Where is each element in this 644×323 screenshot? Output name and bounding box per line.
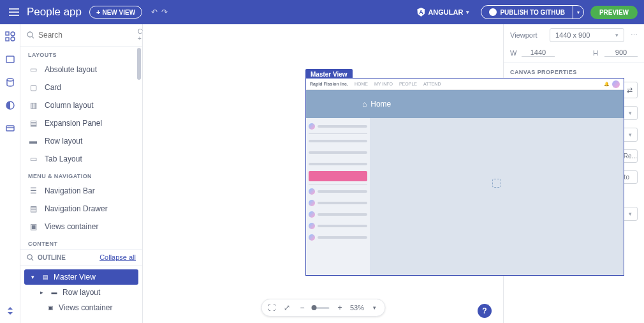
preview-button[interactable]: PREVIEW <box>590 6 638 19</box>
height-label: H <box>593 49 601 57</box>
zoom-dropdown[interactable]: ▾ <box>369 303 379 313</box>
artboard-hero-title: Home <box>370 100 391 109</box>
artboard-brand: Rapid Fission Inc. <box>310 82 348 86</box>
bell-icon: 🔔 <box>604 82 610 87</box>
zoom-out-button[interactable]: − <box>297 303 307 313</box>
toolbox-item-views-container[interactable]: ▣Views container <box>20 218 142 236</box>
fullscreen-icon[interactable]: ⤢ <box>282 303 292 313</box>
category-title: LAYOUTS <box>20 47 142 61</box>
zoom-slider[interactable] <box>312 307 330 309</box>
outline-node-master-view[interactable]: ▾ ▤ Master View <box>24 269 138 285</box>
expand-icon[interactable] <box>4 305 16 317</box>
toolbox-search[interactable]: Ctrl + E <box>20 24 142 47</box>
zoom-in-button[interactable]: + <box>335 303 345 313</box>
artboard-nav-item: MY INFO <box>374 82 393 86</box>
section-canvas-properties: CANVAS PROPERTIES <box>504 63 644 78</box>
framework-label: ANGULAR <box>428 8 463 16</box>
components-icon[interactable] <box>4 31 16 42</box>
framework-selector[interactable]: ANGULAR ▾ <box>417 8 469 17</box>
svg-point-14 <box>27 254 32 259</box>
svg-line-15 <box>31 259 33 260</box>
dimensions-row: W H <box>504 46 644 63</box>
row-icon: ▬ <box>50 288 59 297</box>
toolbox-item-navigation-bar[interactable]: ☰Navigation Bar <box>20 182 142 200</box>
toolbox-item-column-layout[interactable]: ▥Column layout <box>20 96 142 114</box>
svg-point-8 <box>7 79 13 81</box>
artboard-body <box>306 118 624 275</box>
toolbox-panel: Ctrl + E LAYOUTS ▭Absolute layout ▢Card … <box>20 24 143 323</box>
artboard[interactable]: Rapid Fission Inc. HOME MY INFO PEOPLE A… <box>305 78 624 276</box>
chevron-down-icon: ▾ <box>629 211 632 217</box>
svg-rect-10 <box>6 126 14 131</box>
svg-point-4 <box>11 32 15 36</box>
more-icon[interactable]: ⋯ <box>631 31 638 40</box>
angular-icon <box>417 8 425 17</box>
toolbox-item-absolute-layout[interactable]: ▭Absolute layout <box>20 61 142 79</box>
height-input[interactable] <box>604 49 638 57</box>
plus-icon: + <box>96 8 100 16</box>
github-icon <box>489 8 497 16</box>
help-button[interactable]: ? <box>478 304 492 318</box>
app-title: People app <box>27 6 82 19</box>
artboard-nav-item: ATTEND <box>423 82 441 86</box>
home-icon: ⌂ <box>362 100 367 109</box>
layout-icon: ▭ <box>28 64 38 75</box>
toolbox-item-expansion-panel[interactable]: ▤Expansion Panel <box>20 114 142 132</box>
svg-line-13 <box>32 36 34 38</box>
avatar <box>612 80 620 88</box>
toolbox-item-tab-layout[interactable]: ▭Tab Layout <box>20 150 142 168</box>
publish-dropdown[interactable]: ▾ <box>573 6 583 19</box>
app-header: People app + NEW VIEW ↶ ↷ ANGULAR ▾ PUBL… <box>0 0 644 24</box>
collapse-all-link[interactable]: Collapse all <box>99 253 136 261</box>
fit-screen-icon[interactable]: ⛶ <box>267 303 277 313</box>
row-icon: ▬ <box>28 136 38 146</box>
redo-icon[interactable]: ↷ <box>161 8 168 17</box>
search-input[interactable] <box>38 31 134 40</box>
tab-icon: ▭ <box>28 154 38 164</box>
view-icon: ▤ <box>41 273 50 282</box>
chevron-down-icon: ▾ <box>629 131 632 138</box>
svg-point-6 <box>11 37 15 41</box>
undo-icon[interactable]: ↶ <box>151 8 157 17</box>
width-label: W <box>510 49 518 57</box>
hamburger-icon[interactable] <box>6 4 22 20</box>
new-view-label: NEW VIEW <box>102 9 135 16</box>
panel-icon: ▤ <box>28 118 38 128</box>
category-title: MENU & NAVIGATION <box>20 168 142 182</box>
viewport-label: Viewport <box>510 31 543 39</box>
toolbox-item-card[interactable]: ▢Card <box>20 79 142 96</box>
zoom-percent: 53% <box>350 304 364 312</box>
outline-title: OUTLINE <box>27 254 66 261</box>
undo-redo-group: ↶ ↷ <box>151 8 168 17</box>
container-icon: ▣ <box>28 222 38 232</box>
navbar-icon: ☰ <box>28 186 38 196</box>
settings-icon[interactable] <box>4 123 16 134</box>
svg-point-12 <box>27 32 33 37</box>
search-icon[interactable] <box>27 254 34 261</box>
artboard-main <box>370 118 624 275</box>
publish-button[interactable]: PUBLISH TO GITHUB <box>481 6 572 19</box>
views-icon[interactable] <box>4 54 16 65</box>
outline-node-views-container[interactable]: ▣ Views container <box>42 300 138 315</box>
outline-node-row-layout[interactable]: ▸ ▬ Row layout <box>33 285 138 300</box>
viewport-select[interactable]: 1440 x 900 ▾ <box>550 28 624 42</box>
artboard-nav-item: PEOPLE <box>399 82 417 86</box>
chevron-down-icon[interactable]: ▾ <box>28 273 37 282</box>
publish-button-group: PUBLISH TO GITHUB ▾ <box>481 5 583 19</box>
column-icon: ▥ <box>28 100 38 110</box>
toolbox-item-navigation-drawer[interactable]: ▤Navigation Drawer <box>20 200 142 218</box>
zoom-toolbar: ⛶ ⤢ − + 53% ▾ <box>261 299 385 317</box>
viewport-row: Viewport 1440 x 900 ▾ ⋯ <box>504 24 644 46</box>
artboard-sidebar <box>306 118 370 275</box>
design-canvas[interactable]: Master View Rapid Fission Inc. HOME MY I… <box>143 24 504 323</box>
zoom-slider-thumb[interactable] <box>312 305 317 310</box>
chevron-right-icon[interactable]: ▸ <box>37 288 46 297</box>
theme-icon[interactable] <box>4 100 16 111</box>
new-view-button[interactable]: + NEW VIEW <box>89 6 142 19</box>
toolbox-item-row-layout[interactable]: ▬Row layout <box>20 132 142 150</box>
toolbox-list[interactable]: LAYOUTS ▭Absolute layout ▢Card ▥Column l… <box>20 47 142 249</box>
data-icon[interactable] <box>4 77 16 88</box>
container-icon: ▣ <box>46 303 55 312</box>
width-input[interactable] <box>522 49 555 57</box>
app-body: Ctrl + E LAYOUTS ▭Absolute layout ▢Card … <box>0 24 644 323</box>
